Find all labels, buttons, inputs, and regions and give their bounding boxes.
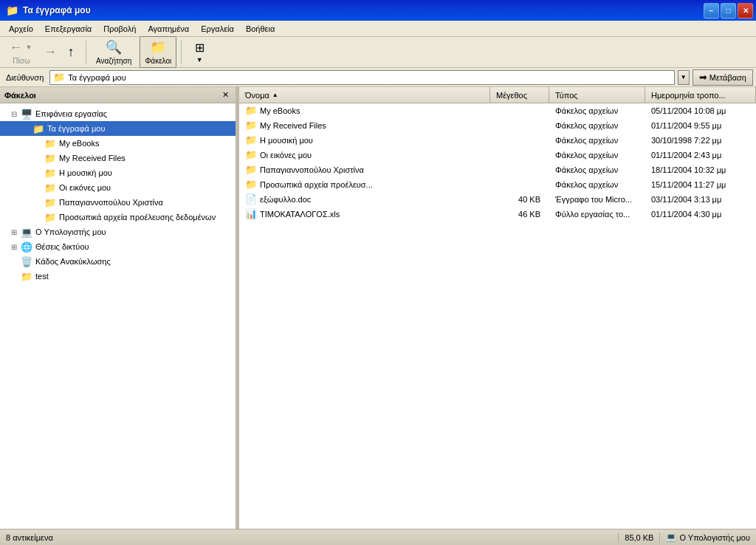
status-bar: 8 αντικείμενα 85,0 KB 💻 Ο Υπολογιστής μο… bbox=[0, 529, 756, 545]
file-name-3: 📁Οι εικόνες μου bbox=[239, 149, 490, 160]
menu-view[interactable]: Προβολή bbox=[97, 23, 142, 35]
file-row-4[interactable]: 📁Παπαγιαννοπούλου ΧριστίναΦάκελος αρχείω… bbox=[239, 162, 756, 177]
col-header-size[interactable]: Μέγεθος bbox=[490, 87, 549, 103]
title-bar-left: 📁 Τα έγγραφά μου bbox=[6, 4, 91, 16]
folders-close-button[interactable]: ✕ bbox=[219, 89, 231, 101]
file-name-label-0: My eBooks bbox=[260, 106, 300, 115]
back-button[interactable]: ← ▼ Πίσω bbox=[3, 41, 40, 64]
tree-label-personal: Προσωπικά αρχεία προέλευσης δεδομένων bbox=[58, 213, 216, 222]
file-date-5: 15/11/2004 11:27 μμ bbox=[645, 180, 756, 189]
menu-help[interactable]: Βοήθεια bbox=[240, 23, 281, 35]
tree-expand-myebooks bbox=[32, 138, 43, 148]
maximize-button[interactable]: □ bbox=[721, 3, 736, 18]
address-bar: Διεύθυνση 📁 ▼ ➡ Μετάβαση bbox=[0, 68, 756, 87]
menu-file[interactable]: Αρχείο bbox=[3, 23, 39, 35]
folders-button[interactable]: 📁 Φάκελοι bbox=[140, 36, 176, 68]
tree-item-personal[interactable]: 📁Προσωπικά αρχεία προέλευσης δεδομένων bbox=[0, 210, 236, 224]
title-bar: 📁 Τα έγγραφά μου − □ ✕ bbox=[0, 0, 756, 21]
tree-icon-mypics: 📁 bbox=[44, 182, 56, 193]
view-button[interactable]: ⊞ ▼ bbox=[186, 38, 213, 66]
computer-icon: 💻 bbox=[666, 532, 676, 542]
tree-expand-mycomputer[interactable]: ⊞ bbox=[9, 227, 19, 237]
file-row-1[interactable]: 📁My Received FilesΦάκελος αρχείων01/11/2… bbox=[239, 118, 756, 133]
status-count: 8 αντικείμενα bbox=[6, 533, 612, 542]
address-input[interactable] bbox=[68, 73, 671, 82]
file-row-6[interactable]: 📄εξώφυλλο.doc40 KBΈγγραφο του Micro...03… bbox=[239, 192, 756, 207]
file-row-5[interactable]: 📁Προσωπικά αρχεία προέλευσ...Φάκελος αρχ… bbox=[239, 177, 756, 192]
main-content: Φάκελοι ✕ ⊟🖥️Επιφάνεια εργασίας📁Τα έγγρα… bbox=[0, 87, 756, 529]
status-separator-2 bbox=[659, 532, 660, 543]
address-dropdown[interactable]: ▼ bbox=[678, 70, 690, 85]
menu-favorites[interactable]: Αγαπημένα bbox=[142, 23, 195, 35]
close-button[interactable]: ✕ bbox=[738, 3, 753, 18]
file-row-3[interactable]: 📁Οι εικόνες μουΦάκελος αρχείων01/11/2004… bbox=[239, 148, 756, 162]
sort-arrow-name: ▲ bbox=[272, 92, 278, 98]
col-header-type[interactable]: Τύπος bbox=[549, 87, 645, 103]
menu-edit[interactable]: Επεξεργασία bbox=[39, 23, 97, 35]
address-folder-icon: 📁 bbox=[53, 72, 65, 83]
menu-tools[interactable]: Εργαλεία bbox=[195, 23, 240, 35]
file-name-label-3: Οι εικόνες μου bbox=[260, 151, 312, 160]
file-name-label-7: ΤΙΜΟΚΑΤΑΛΟΓΟΣ.xls bbox=[260, 210, 340, 219]
view-dropdown[interactable]: ▼ bbox=[196, 56, 203, 64]
forward-button[interactable]: → bbox=[40, 41, 61, 64]
file-list: 📁My eBooksΦάκελος αρχείων05/11/2004 10:0… bbox=[239, 103, 756, 529]
file-size-7: 46 KB bbox=[490, 210, 549, 219]
tree-label-mymusic: Η μουσική μου bbox=[58, 168, 112, 177]
col-header-name[interactable]: Όνομα ▲ bbox=[239, 87, 490, 103]
tree-item-netplaces[interactable]: ⊞🌐Θέσεις δικτύου bbox=[0, 239, 236, 254]
tree-label-papagian: Παπαγιαννοπούλου Χριστίνα bbox=[58, 198, 163, 207]
address-input-wrapper: 📁 bbox=[49, 70, 675, 85]
file-row-2[interactable]: 📁Η μουσική μουΦάκελος αρχείων30/10/1998 … bbox=[239, 133, 756, 148]
toolbar-separator-1 bbox=[86, 41, 86, 64]
folders-icon: 📁 bbox=[150, 39, 166, 55]
search-button[interactable]: 🔍 Αναζήτηση bbox=[91, 36, 137, 68]
tree-item-mycomputer[interactable]: ⊞💻Ο Υπολογιστής μου bbox=[0, 224, 236, 239]
tree-item-myreceivedfiles[interactable]: 📁My Received Files bbox=[0, 151, 236, 165]
go-icon: ➡ bbox=[699, 72, 707, 83]
tree-expand-mymusic bbox=[32, 168, 43, 178]
tree-label-mypics: Οι εικόνες μου bbox=[58, 183, 111, 192]
nav-group: ← ▼ Πίσω → ↑ bbox=[3, 41, 81, 64]
file-type-7: Φύλλο εργασίας το... bbox=[549, 210, 645, 219]
back-dropdown[interactable]: ▼ bbox=[24, 44, 34, 51]
tree-item-mypics[interactable]: 📁Οι εικόνες μου bbox=[0, 180, 236, 195]
file-type-0: Φάκελος αρχείων bbox=[549, 106, 645, 115]
tree-item-mydocs[interactable]: 📁Τα έγγραφά μου bbox=[0, 121, 236, 136]
file-date-3: 01/11/2004 2:43 μμ bbox=[645, 151, 756, 160]
tree-expand-test bbox=[9, 271, 19, 281]
go-button[interactable]: ➡ Μετάβαση bbox=[693, 69, 753, 86]
tree-label-desktop: Επιφάνεια εργασίας bbox=[34, 109, 107, 118]
tree-item-myebooks[interactable]: 📁My eBooks bbox=[0, 136, 236, 151]
tree-expand-netplaces[interactable]: ⊞ bbox=[9, 241, 19, 252]
tree-item-recycle[interactable]: 🗑️Κάδος Ανακύκλωσης bbox=[0, 254, 236, 269]
file-name-1: 📁My Received Files bbox=[239, 120, 490, 131]
tree-item-mymusic[interactable]: 📁Η μουσική μου bbox=[0, 165, 236, 180]
tree-expand-recycle bbox=[9, 256, 19, 267]
folders-label: Φάκελοι bbox=[145, 57, 171, 65]
file-type-1: Φάκελος αρχείων bbox=[549, 121, 645, 130]
tree-item-papagian[interactable]: 📁Παπαγιαννοπούλου Χριστίνα bbox=[0, 195, 236, 210]
minimize-button[interactable]: − bbox=[704, 3, 719, 18]
up-button[interactable]: ↑ bbox=[61, 41, 81, 64]
tree-expand-mypics bbox=[32, 182, 43, 193]
col-header-date[interactable]: Ημερομηνία τροπο... bbox=[645, 87, 756, 103]
tree-label-mycomputer: Ο Υπολογιστής μου bbox=[34, 227, 106, 236]
toolbar: ← ▼ Πίσω → ↑ 🔍 Αναζήτηση 📁 Φάκελοι ⊞ ▼ bbox=[0, 37, 756, 68]
file-name-0: 📁My eBooks bbox=[239, 105, 490, 116]
tree-item-test[interactable]: 📁test bbox=[0, 269, 236, 284]
file-row-7[interactable]: 📊ΤΙΜΟΚΑΤΑΛΟΓΟΣ.xls46 KBΦύλλο εργασίας το… bbox=[239, 207, 756, 222]
computer-label: Ο Υπολογιστής μου bbox=[679, 533, 750, 542]
back-label: Πίσω bbox=[13, 57, 30, 65]
tree-item-desktop[interactable]: ⊟🖥️Επιφάνεια εργασίας bbox=[0, 106, 236, 121]
status-size: 85,0 KB bbox=[625, 533, 653, 542]
tree-icon-personal: 📁 bbox=[44, 212, 56, 223]
file-icon-0: 📁 bbox=[245, 105, 257, 116]
tree-expand-mydocs bbox=[21, 123, 31, 134]
file-size-6: 40 KB bbox=[490, 195, 549, 204]
tree-expand-desktop[interactable]: ⊟ bbox=[9, 109, 19, 119]
tree-expand-myreceivedfiles bbox=[32, 153, 43, 163]
file-row-0[interactable]: 📁My eBooksΦάκελος αρχείων05/11/2004 10:0… bbox=[239, 103, 756, 118]
file-name-7: 📊ΤΙΜΟΚΑΤΑΛΟΓΟΣ.xls bbox=[239, 208, 490, 219]
column-headers: Όνομα ▲ Μέγεθος Τύπος Ημερομηνία τροπο..… bbox=[239, 87, 756, 103]
